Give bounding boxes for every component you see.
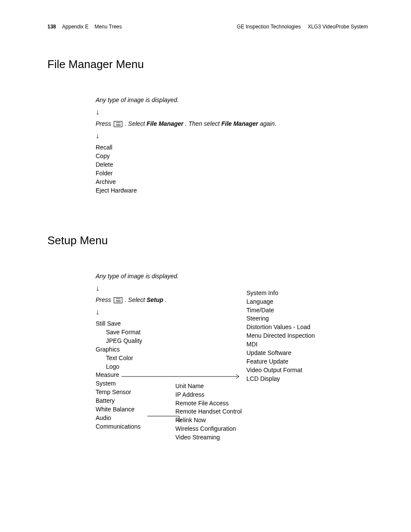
header-left: 138 Appendix E Menu Trees (47, 24, 122, 30)
section-title-file-manager: File Manager Menu (47, 58, 368, 71)
text: . Then select (185, 120, 221, 127)
menu-item: Steering (246, 314, 315, 323)
instruction-line: Press . Select File Manager . Then selec… (96, 120, 368, 128)
menu-item: System Info (246, 289, 315, 297)
menu-item: Time/Date (246, 306, 315, 314)
text: Press (96, 296, 113, 303)
page-number: 138 (47, 24, 56, 30)
menu-item: Wireless Configuration (175, 425, 242, 433)
appendix-label: Appendix E (62, 24, 88, 30)
instruction-line: Any type of image is displayed. (96, 272, 368, 280)
menu-item: MDI (246, 340, 315, 348)
arrow-down-icon: ↓ (96, 107, 368, 117)
setup-block: Any type of image is displayed. ↓ Press … (96, 272, 368, 431)
menu-item: Video Output Format (246, 366, 315, 374)
arrow-down-icon: ↓ (96, 283, 368, 293)
bold-text: File Manager (146, 120, 184, 127)
menu-item: Copy (96, 152, 368, 160)
menu-item: Feature Update (246, 358, 315, 366)
menu-item: IP Address (175, 391, 242, 399)
menu-item: Remote File Access (175, 399, 242, 408)
document-page: 138 Appendix E Menu Trees GE Inspection … (0, 0, 411, 532)
company-name: GE Inspection Technologies (237, 24, 301, 30)
product-name: XLG3 VideoProbe System (308, 24, 368, 30)
bold-text: File Manager (221, 120, 258, 127)
menu-item: Recall (96, 143, 368, 152)
menu-item: Folder (96, 169, 368, 177)
instruction-line: Any type of image is displayed. (96, 96, 368, 104)
menu-button-icon (114, 121, 122, 127)
text: again. (260, 120, 276, 127)
menu-item: Remote Handset Control (175, 408, 242, 416)
header-right: GE Inspection Technologies XLG3 VideoPro… (237, 24, 368, 30)
arrow-down-icon: ↓ (96, 131, 368, 141)
menu-item: Language (246, 298, 315, 306)
menu-subitem: Logo (96, 363, 368, 371)
menu-item: Eject Hardware (96, 187, 368, 195)
menu-item: Measure (96, 371, 368, 379)
text: . (165, 296, 167, 303)
arrow-down-icon: ↓ (96, 307, 368, 317)
communications-submenu: Unit Name IP Address Remote File Access … (175, 382, 242, 442)
bold-text: Setup (146, 296, 163, 303)
menu-item: Video Streaming (175, 433, 242, 442)
menu-item: LCD Display (246, 375, 315, 383)
menu-subitem: JPEG Quality (96, 337, 368, 345)
menu-item: Graphics (96, 345, 368, 354)
menu-item: Distortion Values - Load (246, 323, 315, 331)
file-manager-menu-list: Recall Copy Delete Folder Archive Eject … (96, 143, 368, 194)
menu-item: Relink Now (175, 416, 242, 424)
menu-subitem: Text Color (96, 354, 368, 362)
menu-item: Menu Directed Inspection (246, 332, 315, 340)
menu-item: Still Save (96, 320, 368, 328)
text: Press (96, 120, 113, 127)
menu-item: Delete (96, 161, 368, 169)
file-manager-block: Any type of image is displayed. ↓ Press … (96, 96, 368, 195)
instruction-line: Press . Select Setup . (96, 296, 368, 304)
menu-item: Archive (96, 178, 368, 186)
text: . Select (125, 296, 147, 303)
menu-button-icon (114, 297, 122, 303)
section-label: Menu Trees (94, 24, 121, 30)
text: . Select (125, 120, 147, 127)
menu-item: Unit Name (175, 382, 242, 390)
section-title-setup: Setup Menu (47, 234, 368, 247)
menu-subitem: Save Format (96, 328, 368, 336)
system-submenu: System Info Language Time/Date Steering … (246, 289, 315, 383)
menu-item: Update Software (246, 349, 315, 357)
page-header: 138 Appendix E Menu Trees GE Inspection … (47, 24, 368, 30)
